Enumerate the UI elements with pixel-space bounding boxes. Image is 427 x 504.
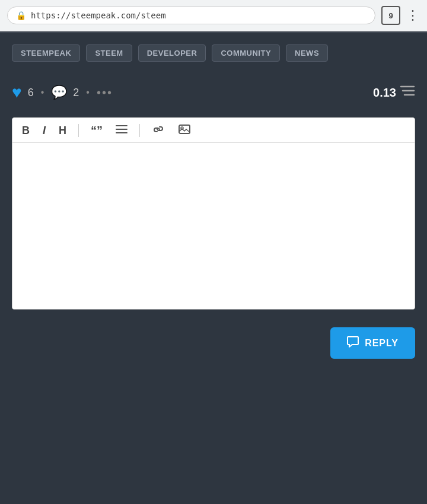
tag-steem[interactable]: STEEM xyxy=(86,44,132,62)
browser-more-icon[interactable]: ⋮ xyxy=(406,8,420,23)
main-content: STEEMPEAK STEEM DEVELOPER COMMUNITY NEWS… xyxy=(0,31,427,504)
separator-2: • xyxy=(86,87,90,98)
steem-value: 0.13 xyxy=(373,84,415,101)
toolbar-sep-2 xyxy=(139,124,140,137)
heading-button[interactable]: H xyxy=(56,124,69,137)
link-button[interactable] xyxy=(149,123,167,138)
separator-1: • xyxy=(41,87,44,98)
tab-count[interactable]: 9 xyxy=(381,6,400,25)
list-button[interactable] xyxy=(113,123,130,138)
like-button[interactable]: ♥ xyxy=(12,83,22,102)
reply-button-label: REPLY xyxy=(365,338,399,349)
image-button[interactable] xyxy=(176,123,193,138)
toolbar-sep-1 xyxy=(78,124,79,137)
url-text: https://steempeak.com/steem xyxy=(31,11,166,20)
tag-community[interactable]: COMMUNITY xyxy=(212,44,280,62)
bold-button[interactable]: B xyxy=(20,124,32,137)
editor-body[interactable] xyxy=(12,143,415,309)
comment-count: 2 xyxy=(73,87,79,99)
reply-section: REPLY xyxy=(0,321,427,371)
value-amount: 0.13 xyxy=(373,86,396,100)
tag-steempeak[interactable]: STEEMPEAK xyxy=(12,44,80,62)
reply-chat-icon xyxy=(347,336,359,350)
editor-toolbar: B I H “” xyxy=(12,118,415,143)
more-options-button[interactable]: ••• xyxy=(97,86,113,100)
lock-icon: 🔒 xyxy=(16,11,26,20)
svg-rect-6 xyxy=(179,125,190,133)
steem-symbol xyxy=(400,84,415,101)
url-bar[interactable]: 🔒 https://steempeak.com/steem xyxy=(7,7,375,24)
like-count: 6 xyxy=(28,87,34,99)
reply-button[interactable]: REPLY xyxy=(330,327,415,359)
browser-bar: 🔒 https://steempeak.com/steem 9 ⋮ xyxy=(0,0,427,31)
interaction-bar: ♥ 6 • 💬 2 • ••• 0.13 xyxy=(0,74,427,111)
comment-icon[interactable]: 💬 xyxy=(51,85,67,100)
tag-news[interactable]: NEWS xyxy=(286,44,328,62)
editor-container: B I H “” xyxy=(12,117,415,310)
italic-button[interactable]: I xyxy=(40,124,48,137)
quote-button[interactable]: “” xyxy=(88,123,105,138)
nav-tags: STEEMPEAK STEEM DEVELOPER COMMUNITY NEWS xyxy=(0,33,427,74)
tag-developer[interactable]: DEVELOPER xyxy=(138,44,206,62)
